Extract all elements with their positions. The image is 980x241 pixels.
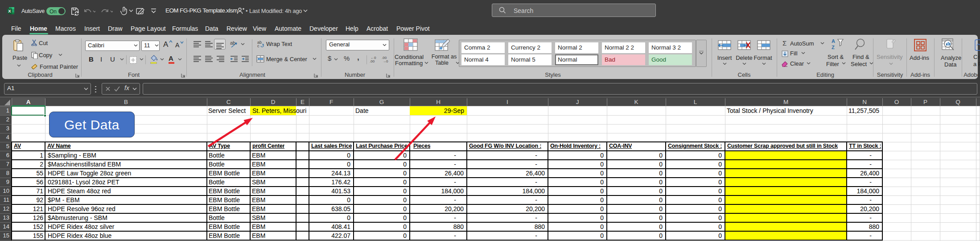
svg-text:X: X [8,8,11,13]
svg-text:c: c [257,44,259,48]
svg-text:.00: .00 [370,59,375,63]
svg-text:A: A [832,38,835,44]
svg-text:→0: →0 [383,59,388,63]
svg-text:Z: Z [832,45,835,50]
